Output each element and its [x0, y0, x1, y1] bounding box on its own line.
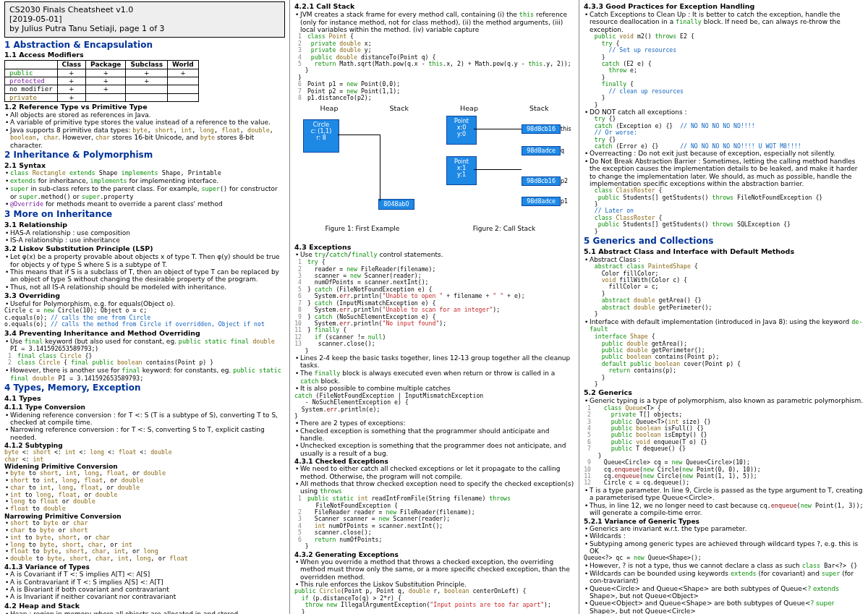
doc-title: CS2030 Finals Cheatsheet v1.0 [9, 5, 280, 14]
list-1-2: All objects are stored as references in … [4, 111, 285, 150]
doc-header: CS2030 Finals Cheatsheet v1.0 [2019-05-0… [4, 1, 285, 38]
heap-stack-labels: HeapStack HeapStack [294, 105, 574, 113]
sec-1-1: 1.1 Access Modifiers [4, 51, 285, 59]
heap-stack-diagram: Circlec: (1,1)r: 8 8048ab0 Pointx:0y:0 P… [294, 116, 574, 242]
sec-1: 1 Abstraction & Encapsulation [4, 40, 285, 51]
sec-3: 3 More on Inheritance [4, 210, 285, 220]
sec-2: 2 Inheritance & Polymorphism [4, 150, 285, 161]
code-overriding: Circle c = new Circle(10); Object o = c;… [4, 307, 285, 328]
sec-1-2: 1.2 Reference Type vs Primitive Type [4, 103, 285, 111]
access-modifiers-table: ClassPackageSubclassWorld public++++ pro… [4, 60, 199, 102]
doc-author: by Julius Putra Tanu Setiaji, page 1 of … [9, 24, 280, 33]
column-2: 4.2.1 Call Stack JVM creates a stack fra… [289, 0, 579, 614]
doc-date: [2019-05-01] [9, 14, 280, 24]
column-3: 4.3.3 Good Practices for Exception Handl… [579, 0, 868, 614]
column-1: CS2030 Finals Cheatsheet v1.0 [2019-05-0… [0, 0, 289, 614]
